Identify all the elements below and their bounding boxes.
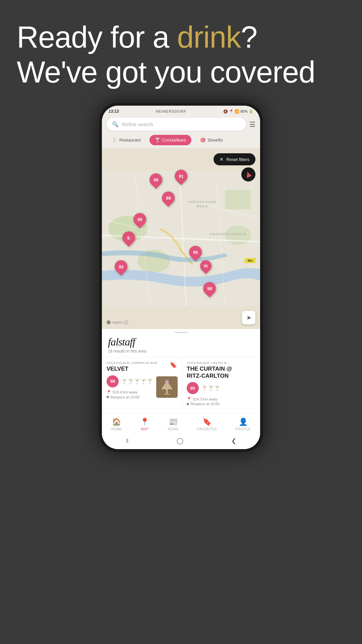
falstaff-logo: falstaff (108, 336, 254, 348)
venue-card-velvet[interactable]: COCKTAILBAR | AMERICAN BAR VELVET 🔖 98 🍸… (102, 357, 182, 410)
search-icon: 🔍 (112, 121, 119, 127)
map-pin-95b[interactable]: 95 (133, 213, 146, 226)
map-pin-98[interactable]: 98 (203, 282, 216, 295)
rating-circle-curtain: 95 (187, 382, 199, 394)
category-streetfood-label: Streetfo (207, 138, 223, 143)
nav-label-news: NEWS (168, 427, 178, 431)
category-bar: 🍴 Restaurant 🍸 Cocktailbars 🎯 Streetfo (102, 133, 260, 148)
map-area: PRENZLAUER BERG FRIEDRICHSHAIN 96a ✕ Res… (102, 148, 260, 329)
status-location: HEINERSDORF (156, 109, 186, 113)
svg-rect-19 (164, 394, 170, 394)
nav-item-favorites[interactable]: 🔖 FAVORITES (192, 417, 222, 432)
drink-image (156, 376, 178, 398)
mapbox-logo: mapbox i (107, 320, 128, 324)
hero-line2: We've got you covered (17, 55, 315, 89)
compass-icon (245, 171, 252, 178)
svg-text:96a: 96a (248, 259, 253, 262)
svg-text:FRIEDRICHSHAIN: FRIEDRICHSHAIN (210, 232, 247, 236)
location-pin-icon: 📍 (107, 390, 111, 394)
search-area: 🔍 Refine search ☰ (102, 115, 260, 133)
category-cocktailbars[interactable]: 🍸 Cocktailbars (149, 135, 192, 145)
cards-row: COCKTAILBAR | AMERICAN BAR VELVET 🔖 98 🍸… (102, 357, 260, 413)
reset-filters-button[interactable]: ✕ Reset filters (214, 153, 255, 165)
category-cocktailbars-label: Cocktailbars (162, 138, 186, 143)
nav-label-favorites: FAVORITES (197, 427, 217, 431)
android-recent-button[interactable]: ⦀ (126, 437, 129, 444)
navigate-icon: ➤ (246, 314, 251, 321)
reset-filters-label: Reset filters (226, 157, 249, 162)
card-photo-velvet (156, 376, 178, 398)
android-nav-bar: ⦀ ◯ ❮ (102, 434, 260, 449)
card-status-curtain: Reopens at 16:00 (187, 402, 257, 406)
status-bar: 13:13 HEINERSDORF 🔇 📍 📶 90% 🔋 (102, 106, 260, 115)
rating-circle-velvet: 98 (107, 375, 119, 387)
battery-icon: 🔋 (249, 109, 253, 114)
category-streetfood[interactable]: 🎯 Streetfo (195, 135, 228, 145)
svg-rect-3 (225, 190, 251, 209)
nav-item-news[interactable]: 📰 NEWS (163, 417, 183, 432)
glass-icons-curtain: 🍸🍸🍸 (201, 385, 221, 391)
svg-text:PRENZLAUER: PRENZLAUER (188, 200, 217, 204)
android-home-button[interactable]: ◯ (177, 437, 183, 444)
results-count: 18 results in this area (108, 349, 254, 354)
category-restaurant[interactable]: 🍴 Restaurant (107, 135, 146, 145)
venue-card-curtain[interactable]: COCKTAILBAR | HOTEL B... THE CURTAIN @RI… (182, 357, 260, 410)
phone-wrapper: 13:13 HEINERSDORF 🔇 📍 📶 90% 🔋 🔍 Refine s… (0, 103, 362, 452)
falstaff-header: falstaff 18 results in this area (102, 334, 260, 357)
card-name-velvet: VELVET (107, 366, 177, 372)
map-pin-95d[interactable]: 95 (200, 260, 212, 272)
nav-item-home[interactable]: 🏠 HOME (106, 417, 126, 432)
location-icon: 📍 (229, 109, 234, 114)
menu-icon[interactable]: ☰ (249, 120, 255, 128)
svg-rect-18 (166, 389, 168, 394)
map-pin-91[interactable]: 91 (175, 170, 187, 182)
map-pin-95a[interactable]: 95 (149, 173, 162, 186)
category-restaurant-label: Restaurant (119, 138, 141, 143)
compass-button[interactable] (241, 167, 255, 181)
sheet-handle-area (102, 329, 260, 334)
wifi-icon: 📶 (235, 109, 239, 114)
hero-section: Ready for a drink? We've got you covered (0, 0, 362, 103)
card-name-curtain: THE CURTAIN @RITZ-CARLTON (187, 366, 257, 379)
svg-point-20 (165, 380, 169, 384)
bookmark-icon-velvet[interactable]: 🔖 (170, 361, 177, 369)
location-pin-icon-2: 📍 (187, 397, 191, 401)
map-pin-92[interactable]: 92 (115, 260, 127, 273)
home-icon: 🏠 (112, 418, 121, 426)
card-distance-curtain: 📍 524.3 km away (187, 397, 257, 401)
glass-icons-velvet: 🍸🍸🍸🍸🍸 (121, 379, 153, 384)
card-tag-curtain: COCKTAILBAR | HOTEL B... (187, 361, 257, 365)
bottom-sheet: falstaff 18 results in this area COCKTAI… (102, 329, 260, 413)
map-pin-95c[interactable]: 95 (189, 246, 202, 259)
streetfood-icon: 🎯 (200, 138, 205, 143)
mute-icon: 🔇 (223, 109, 228, 114)
cocktail-icon: 🍸 (155, 138, 160, 143)
sheet-handle (174, 332, 188, 333)
map-pin-88[interactable]: 88 (162, 192, 175, 204)
card-tag-velvet: COCKTAILBAR | AMERICAN BAR (107, 361, 177, 365)
card-rating-row-curtain: 95 🍸🍸🍸 (187, 382, 257, 394)
status-dot-curtain (187, 403, 189, 405)
search-placeholder: Refine search (122, 121, 153, 127)
nav-item-profile[interactable]: 👤 PROFILE (231, 417, 255, 432)
search-box[interactable]: 🔍 Refine search (107, 118, 246, 131)
android-back-button[interactable]: ❮ (231, 437, 236, 444)
map-pin-9x[interactable]: 9. (122, 231, 135, 244)
mapbox-text: mapbox (112, 321, 123, 324)
map-icon: 📍 (140, 418, 149, 426)
status-time: 13:13 (109, 109, 119, 114)
status-right: 🔇 📍 📶 90% 🔋 (223, 109, 253, 114)
bottom-nav: 🏠 HOME 📍 MAP 📰 NEWS 🔖 FAVORITES 👤 (102, 413, 260, 434)
nav-label-map: MAP (141, 427, 148, 431)
nav-label-home: HOME (111, 427, 122, 431)
location-button[interactable]: ➤ (242, 311, 255, 324)
favorites-icon: 🔖 (202, 418, 212, 426)
nav-item-map[interactable]: 📍 MAP (135, 417, 154, 432)
news-icon: 📰 (169, 418, 178, 426)
mapbox-circle-icon (107, 320, 111, 324)
info-icon[interactable]: i (124, 320, 128, 324)
close-icon: ✕ (220, 157, 224, 162)
profile-icon: 👤 (239, 418, 248, 426)
restaurant-icon: 🍴 (112, 138, 117, 143)
svg-text:BERG: BERG (196, 204, 208, 208)
